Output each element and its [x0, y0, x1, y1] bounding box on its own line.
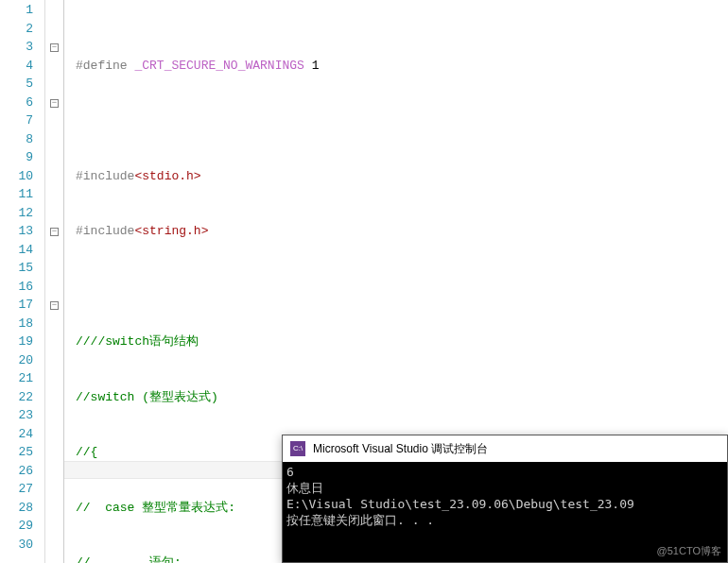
line-number: 30: [0, 536, 33, 554]
console-icon: C:\: [290, 441, 305, 456]
line-number: 17: [0, 296, 33, 315]
console-line: 6: [286, 465, 294, 479]
line-number: 9: [0, 148, 33, 167]
line-number: 7: [0, 111, 33, 130]
line-number: 3: [0, 38, 33, 57]
line-number: 21: [0, 369, 33, 388]
debug-console-window[interactable]: C:\ Microsoft Visual Studio 调试控制台 6 休息日 …: [282, 435, 728, 563]
fold-toggle-icon[interactable]: −: [45, 38, 63, 57]
code-line[interactable]: ////switch语句结构: [76, 333, 728, 351]
watermark: @51CTO博客: [657, 544, 721, 558]
console-output[interactable]: 6 休息日 E:\Visual Studio\test_23.09.06\Deb…: [283, 462, 727, 530]
line-number: 11: [0, 185, 33, 204]
line-number: 26: [0, 462, 33, 481]
line-number: 14: [0, 241, 33, 260]
line-number: 4: [0, 57, 33, 76]
line-number: 19: [0, 333, 33, 351]
line-number: 10: [0, 167, 33, 186]
line-number: 18: [0, 315, 33, 333]
line-number: 20: [0, 351, 33, 370]
console-titlebar[interactable]: C:\ Microsoft Visual Studio 调试控制台: [283, 435, 727, 462]
line-number: 29: [0, 517, 33, 536]
code-line[interactable]: #include<stdio.h>: [76, 167, 728, 186]
line-number-gutter: 1 2 3 4 5 6 7 8 9 10 11 12 13 14 15 16 1…: [0, 0, 45, 563]
line-number: 15: [0, 259, 33, 278]
fold-toggle-icon[interactable]: −: [45, 94, 63, 112]
code-line[interactable]: [76, 111, 728, 130]
console-line: 休息日: [286, 481, 323, 495]
console-title-text: Microsoft Visual Studio 调试控制台: [313, 435, 488, 462]
code-line[interactable]: #define _CRT_SECURE_NO_WARNINGS 1: [76, 57, 728, 76]
code-line[interactable]: //switch (整型表达式): [76, 388, 728, 407]
code-line[interactable]: #include<string.h>: [76, 222, 728, 241]
line-number: 22: [0, 388, 33, 407]
line-number: 2: [0, 20, 33, 39]
line-number: 27: [0, 480, 33, 499]
line-number: 28: [0, 499, 33, 518]
console-line: 按任意键关闭此窗口. . .: [286, 513, 434, 527]
line-number: 8: [0, 130, 33, 149]
console-line: E:\Visual Studio\test_23.09.06\Debug\tes…: [286, 497, 634, 511]
code-line[interactable]: [76, 278, 728, 297]
line-number: 13: [0, 222, 33, 241]
line-number: 25: [0, 443, 33, 462]
line-number: 5: [0, 75, 33, 94]
fold-toggle-icon[interactable]: −: [45, 222, 63, 241]
line-number: 1: [0, 1, 33, 20]
line-number: 24: [0, 425, 33, 444]
fold-toggle-icon[interactable]: −: [45, 296, 63, 315]
line-number: 12: [0, 204, 33, 223]
line-number: 16: [0, 278, 33, 297]
line-number: 23: [0, 406, 33, 425]
line-number: 6: [0, 94, 33, 112]
fold-column: − − − −: [45, 0, 64, 563]
